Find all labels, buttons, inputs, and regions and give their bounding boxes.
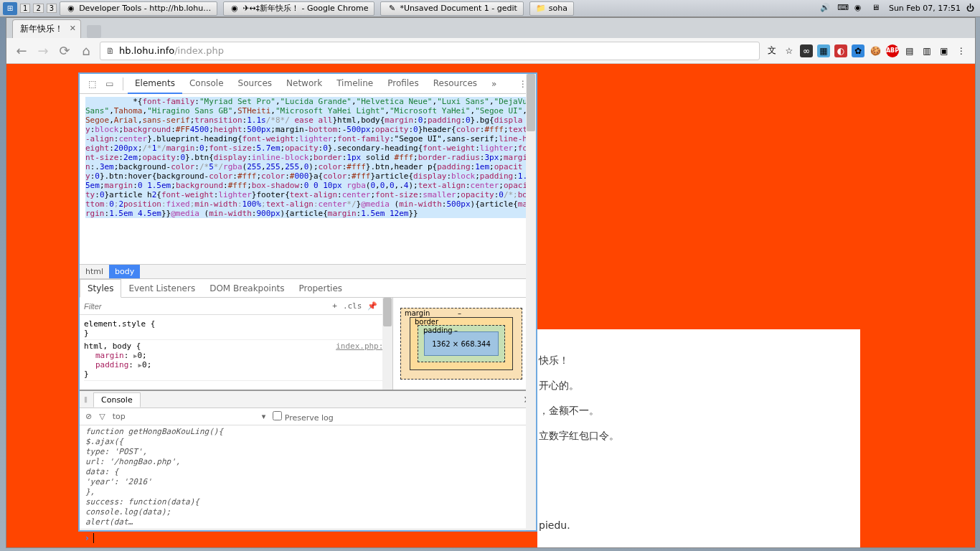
folder-icon: 📁: [536, 4, 546, 14]
css-source-line: *{font-family:"Myriad Set Pro","Lucida G…: [85, 97, 530, 218]
display-icon[interactable]: 🖥: [872, 3, 883, 14]
taskbar-folder[interactable]: 📁soha: [529, 1, 574, 16]
incognito-icon[interactable]: ∞: [800, 44, 813, 57]
styles-tab-properties[interactable]: Properties: [291, 280, 349, 297]
page-text: ，金额不一。: [539, 405, 599, 418]
console-output[interactable]: function getHongBaoKouLing(){ $.ajax({ t…: [80, 425, 536, 529]
ext-icon[interactable]: ▤: [903, 44, 916, 57]
new-tab-button[interactable]: [87, 25, 101, 38]
tab-profiles[interactable]: Profiles: [380, 74, 426, 94]
volume-icon[interactable]: 🔊: [820, 3, 831, 14]
preserve-log-input[interactable]: [273, 411, 282, 420]
address-bar[interactable]: 🗎 hb.lohu.info/index.php: [100, 42, 760, 60]
tab-resources[interactable]: Resources: [426, 74, 484, 94]
forward-button[interactable]: →: [35, 43, 51, 58]
tab-timeline[interactable]: Timeline: [329, 74, 380, 94]
workspace-2[interactable]: 2: [33, 4, 43, 13]
styles-tab-event-listeners[interactable]: Event Listeners: [121, 280, 202, 297]
styles-tab-styles[interactable]: Styles: [80, 279, 121, 298]
console-drawer: ⦀ Console ✕ ⊘ ▽ top ▾ Preserve log funct…: [80, 390, 536, 546]
console-line: alert(dat…: [85, 517, 530, 527]
context-selector[interactable]: top: [113, 412, 126, 421]
tab-console[interactable]: Console: [182, 74, 231, 94]
styles-filter-input[interactable]: [84, 302, 156, 311]
devtools-panel: ⬚ ▭ ElementsConsoleSourcesNetworkTimelin…: [78, 72, 537, 532]
app-menu-icon[interactable]: ⊞: [3, 2, 17, 15]
ext-icon[interactable]: ▣: [938, 44, 951, 57]
scrollbar-thumb[interactable]: [383, 298, 392, 326]
styles-rules-pane[interactable]: + .cls 📌 ◈ element.style {} index.php:7 …: [80, 298, 392, 390]
css-rule[interactable]: element.style {}: [84, 318, 388, 340]
crumb-html[interactable]: html: [80, 265, 109, 278]
styles-tab-dom-breakpoints[interactable]: DOM Breakpoints: [202, 280, 291, 297]
tab-network[interactable]: Network: [279, 74, 329, 94]
preserve-log-label: Preserve log: [285, 413, 334, 423]
console-line: data: {: [85, 467, 530, 477]
taskbar-label: Developer Tools - http://hb.lohu…: [79, 4, 211, 13]
styles-tabbar: StylesEvent ListenersDOM BreakpointsProp…: [80, 279, 536, 298]
taskbar-label: soha: [549, 4, 567, 13]
computed-box-model[interactable]: margin – border padding – 1362 × 668.344: [392, 298, 536, 390]
reload-button[interactable]: ⟳: [57, 43, 72, 58]
tab-more[interactable]: »: [484, 75, 504, 93]
crumb-body[interactable]: body: [109, 265, 140, 278]
css-property[interactable]: margin: ▶0;: [95, 351, 388, 360]
preserve-log-checkbox[interactable]: Preserve log: [273, 411, 334, 423]
context-dropdown-icon[interactable]: ▾: [262, 412, 266, 421]
keyboard-icon[interactable]: ⌨: [837, 3, 849, 14]
separator: [123, 77, 123, 90]
taskbar-devtools[interactable]: ◉Developer Tools - http://hb.lohu…: [60, 1, 217, 16]
ext-icon[interactable]: ✿: [852, 44, 864, 57]
bm-dash: –: [458, 309, 461, 317]
styles-filter-bar: + .cls 📌 ◈: [80, 298, 392, 315]
page-text: 快乐！: [539, 354, 569, 367]
clock[interactable]: Sun Feb 07, 17:51: [889, 4, 961, 13]
elements-panel[interactable]: *{font-family:"Myriad Set Pro","Lucida G…: [80, 94, 536, 265]
css-rule[interactable]: index.php:7 html, body { margin: ▶0;padd…: [84, 340, 388, 381]
tab-elements[interactable]: Elements: [128, 74, 182, 94]
chrome-menu-icon[interactable]: ⋮: [955, 44, 968, 57]
css-property[interactable]: padding: ▶0;: [95, 360, 388, 369]
scrollbar-thumb[interactable]: [527, 94, 535, 131]
url-host: hb.lohu.info: [119, 45, 174, 56]
bm-content-size: 1362 × 668.344: [432, 340, 491, 348]
close-icon[interactable]: ✕: [70, 24, 76, 33]
page-text: piedu.: [539, 519, 570, 531]
text-caret: [93, 533, 94, 543]
browser-tab[interactable]: 新年快乐！ ✕: [12, 19, 81, 38]
adblock-icon[interactable]: ABP: [886, 44, 899, 57]
ext-icon[interactable]: ▦: [817, 44, 830, 57]
inspect-icon[interactable]: ⬚: [84, 76, 101, 92]
drawer-toggle-icon[interactable]: ⦀: [84, 395, 88, 405]
rule-source-link[interactable]: index.php:7: [336, 342, 388, 351]
shutdown-icon[interactable]: ⏻: [966, 4, 974, 13]
drawer-tab-console[interactable]: Console: [93, 392, 141, 408]
clear-console-icon[interactable]: ⊘: [85, 412, 92, 421]
styles-pane: + .cls 📌 ◈ element.style {} index.php:7 …: [80, 298, 536, 390]
console-line: 'year': '2016': [85, 477, 530, 487]
rule-selector: element.style {: [84, 319, 155, 329]
pin-icon[interactable]: 📌: [367, 301, 377, 311]
ext-icon[interactable]: ◐: [834, 44, 847, 57]
cls-toggle[interactable]: .cls: [343, 301, 362, 311]
chrome-icon: ◉: [66, 4, 76, 14]
scrollbar[interactable]: [526, 94, 536, 265]
ext-icon[interactable]: ▥: [920, 44, 933, 57]
star-icon[interactable]: ☆: [783, 44, 796, 57]
taskbar-gedit[interactable]: ✎*Unsaved Document 1 - gedit: [380, 1, 523, 16]
scrollbar[interactable]: [382, 298, 392, 390]
chrome-tray-icon[interactable]: ◉: [854, 3, 866, 14]
console-input-row[interactable]: ›: [80, 529, 536, 546]
add-rule-icon[interactable]: +: [332, 301, 337, 311]
translate-icon[interactable]: 文: [765, 44, 778, 57]
back-button[interactable]: ←: [14, 43, 29, 58]
ext-icon[interactable]: 🍪: [869, 44, 882, 57]
filter-icon[interactable]: ▽: [99, 412, 105, 421]
workspace-1[interactable]: 1: [20, 4, 30, 13]
home-button[interactable]: ⌂: [78, 43, 94, 58]
device-icon[interactable]: ▭: [101, 76, 118, 92]
drawer-header: ⦀ Console ✕: [80, 391, 536, 408]
taskbar-chrome[interactable]: ◉✈↔‡新年快乐！ - Google Chrome: [223, 1, 374, 16]
workspace-3[interactable]: 3: [47, 4, 57, 13]
tab-sources[interactable]: Sources: [231, 74, 279, 94]
